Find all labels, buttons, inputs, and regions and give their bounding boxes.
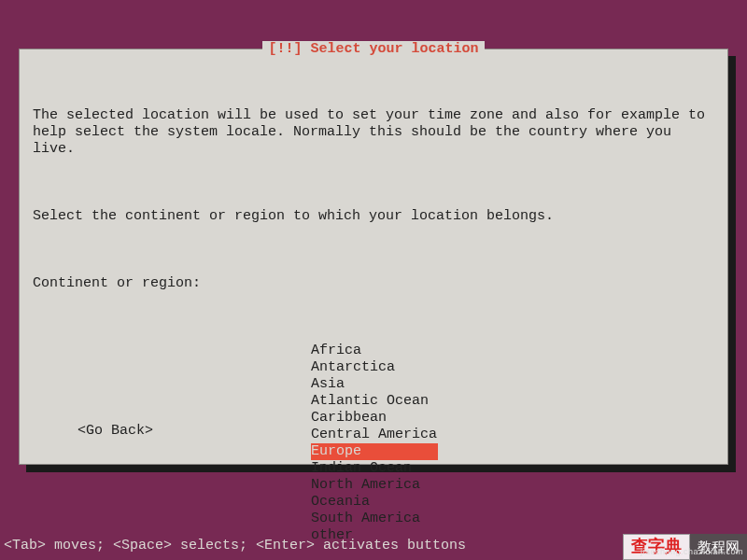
region-list[interactable]: Africa Antarctica Asia Atlantic Ocean Ca…: [311, 343, 714, 544]
region-item[interactable]: Atlantic Ocean: [311, 393, 438, 410]
region-item[interactable]: Caribbean: [311, 410, 438, 427]
region-item[interactable]: North America: [311, 477, 438, 494]
dialog-title-row: [!!] Select your location: [20, 41, 727, 58]
help-text-2: Select the continent or region to which …: [33, 208, 714, 225]
region-item[interactable]: South America: [311, 511, 438, 527]
go-back-button[interactable]: <Go Back>: [78, 423, 153, 440]
help-text-1: The selected location will be used to se…: [33, 107, 714, 158]
region-item[interactable]: Europe: [311, 443, 438, 460]
region-item[interactable]: Asia: [311, 376, 438, 393]
footer-hint: <Tab> moves; <Space> selects; <Enter> ac…: [4, 538, 466, 554]
dialog-body: The selected location will be used to se…: [20, 66, 727, 560]
region-item[interactable]: Oceania: [311, 494, 438, 511]
prompt-label: Continent or region:: [33, 275, 714, 292]
title-text: Select your location: [311, 41, 479, 57]
installer-dialog: [!!] Select your location The selected l…: [19, 49, 728, 465]
region-item[interactable]: Central America: [311, 427, 438, 443]
region-item[interactable]: Africa: [311, 343, 438, 359]
priority-marker: [!!]: [268, 41, 302, 57]
region-item[interactable]: Indian Ocean: [311, 460, 438, 477]
region-item[interactable]: Antarctica: [311, 359, 438, 376]
watermark-url: jiaocheng.chazidian.com: [641, 543, 743, 560]
dialog-title: [!!] Select your location: [262, 41, 484, 58]
